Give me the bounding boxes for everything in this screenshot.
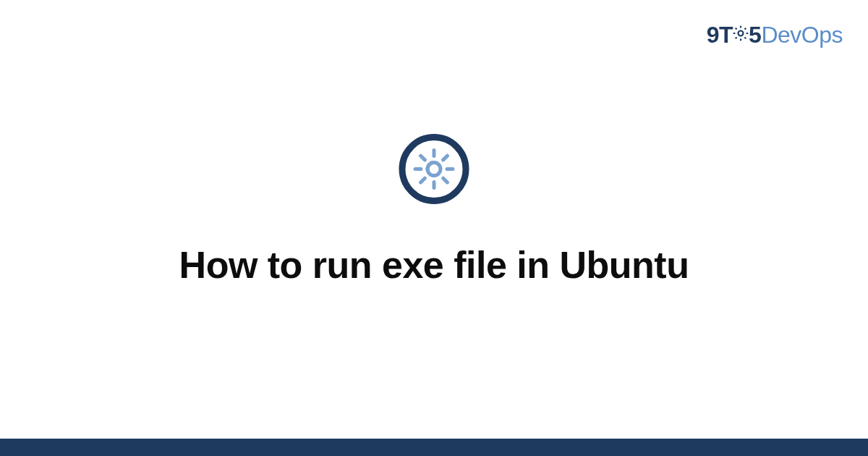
- page-title: How to run exe file in Ubuntu: [179, 243, 689, 287]
- settings-gear-icon: [398, 133, 470, 208]
- footer-bar: [0, 439, 868, 456]
- brand-logo: 9T 5DevOps: [707, 22, 843, 50]
- logo-text-5: 5: [749, 22, 761, 48]
- main-content: How to run exe file in Ubuntu: [0, 133, 868, 287]
- gear-icon: [731, 22, 750, 48]
- logo-text-devops: DevOps: [761, 22, 843, 48]
- svg-point-0: [739, 31, 744, 36]
- logo-text-9t: 9T: [707, 22, 733, 48]
- svg-point-1: [402, 138, 466, 201]
